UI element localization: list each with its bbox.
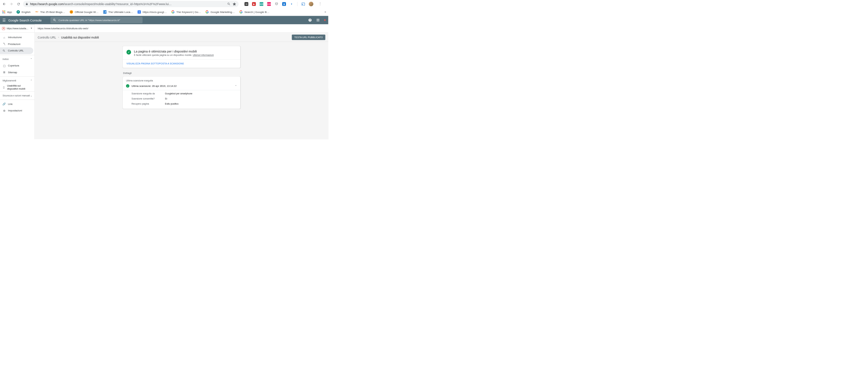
details-section-label: Dettagli <box>123 72 240 75</box>
svg-rect-2 <box>4 11 5 11</box>
svg-rect-7 <box>3 13 4 13</box>
sidebar-label: Copertura <box>8 64 19 67</box>
test-live-url-button[interactable]: TESTA URL PUBBLICATO <box>292 34 325 40</box>
profile-avatar[interactable] <box>309 2 314 6</box>
bookmark-marketing[interactable]: Google Marketing… <box>206 10 235 14</box>
bookmark-apps[interactable]: App <box>2 10 12 14</box>
star-icon[interactable] <box>232 2 236 5</box>
details-card: Ultima scansione eseguita ✓ Ultima scans… <box>123 77 240 109</box>
trending-icon: 〽 <box>2 43 6 46</box>
sidebar-coverage[interactable]: ▢ Copertura <box>0 62 33 69</box>
back-button[interactable] <box>2 1 7 6</box>
chrome-menu-icon[interactable]: ⋮ <box>317 2 323 6</box>
kv-page-fetch: Recupero pagina Esito positivo <box>123 101 240 106</box>
bookmark-label: Search | Google B… <box>244 10 269 13</box>
svg-rect-8 <box>4 13 5 13</box>
bookmark-label: App <box>7 10 12 13</box>
bookmark-label: The Keyword | Go… <box>176 10 201 13</box>
bookmark-ultimate-loca[interactable]: LM The Ultimate Loca… <box>103 10 133 14</box>
sidebar-mobile-usability[interactable]: ▯ Usabilità sui dispositivi mobili <box>0 84 33 91</box>
url-text: https://search.google.com/search-console… <box>30 2 225 6</box>
sidebar-section-security[interactable]: Sicurezza e azioni manuali ⌄ <box>0 92 34 98</box>
url-inspect-search[interactable] <box>50 17 143 23</box>
help-icon[interactable] <box>308 18 312 22</box>
svg-rect-3 <box>2 12 3 12</box>
svg-rect-1 <box>3 11 4 11</box>
ext-share-icon[interactable]: ⇪ <box>290 2 293 6</box>
status-card: ✓ La pagina è ottimizzata per i disposit… <box>123 46 240 68</box>
chevron-up-icon: ⌃ <box>235 85 237 88</box>
kv-value: Esito positivo <box>165 103 179 105</box>
kv-key: Recupero pagina <box>131 103 165 105</box>
app-header: ☰ Google Search Console <box>0 16 328 25</box>
inspected-url: https://www.luisellacurcio.it/struttura-… <box>38 27 89 30</box>
ext-sgb-teal-icon[interactable]: SGB <box>260 2 263 6</box>
bookmark-search-google-b[interactable]: Search | Google B… <box>239 10 269 14</box>
bookmark-label: English <box>21 10 30 13</box>
check-circle-icon: ✓ <box>126 50 131 55</box>
sidebar-label: Impostazioni <box>8 109 22 112</box>
apps-grid-icon[interactable] <box>316 18 320 22</box>
omnibox-search-icon[interactable] <box>227 2 230 6</box>
svg-rect-0 <box>2 11 3 11</box>
ext-calendar-badge[interactable]: 13 <box>244 2 248 6</box>
breadcrumb-url-inspect[interactable]: Controllo URL <box>38 35 56 39</box>
sidebar-links[interactable]: 🔗 Link <box>0 101 33 107</box>
bookmark-label: https://docs.googl… <box>143 10 167 13</box>
sidebar-inspect[interactable]: Controllo URL <box>0 47 33 54</box>
ext-cast-icon[interactable] <box>301 2 305 6</box>
more-info-link[interactable]: Ulteriori informazioni <box>193 54 214 56</box>
forward-button[interactable] <box>9 1 14 6</box>
bookmark-label: The 25 Best Blogs… <box>40 10 65 13</box>
sidebar: ★ https://www.luisellacurcio.it/ ▼ ⌂ Int… <box>0 24 35 139</box>
sidebar-intro[interactable]: ⌂ Introduzione <box>0 34 33 41</box>
notification-dot-icon[interactable] <box>324 19 326 21</box>
property-favicon: ★ <box>2 27 5 30</box>
kv-key: Scansione consentita? <box>131 97 165 100</box>
ext-sgb-pink-icon[interactable]: SGB <box>267 2 271 6</box>
property-selector[interactable]: ★ https://www.luisellacurcio.it/ ▼ <box>0 24 34 33</box>
menu-icon[interactable]: ☰ <box>2 18 6 22</box>
sitemap-icon: ⊞ <box>2 71 6 74</box>
bookmark-docs[interactable]: ≡ https://docs.googl… <box>138 10 166 14</box>
check-circle-icon: ✓ <box>126 84 129 88</box>
bookmark-english[interactable]: P English <box>17 10 31 14</box>
sidebar-label: Sitemap <box>8 71 17 74</box>
breadcrumb-mobile-usability: Usabilità sui dispositivi mobili <box>61 35 99 39</box>
bookmarks-overflow-icon[interactable]: » <box>324 10 326 14</box>
last-crawl-row[interactable]: ✓ Ultima scansione: 28 apr 2019, 13:14:2… <box>123 82 240 90</box>
search-icon <box>53 18 57 22</box>
sidebar-section-label: Indice <box>2 58 9 60</box>
breadcrumb-bar: Controllo URL › Usabilità sui dispositiv… <box>35 33 328 42</box>
app-logo[interactable]: Google Search Console <box>9 18 42 22</box>
sidebar-label: Usabilità sui dispositivi mobili <box>7 84 31 90</box>
bookmark-docs-icon: ≡ <box>138 10 141 14</box>
kv-key: Scansione eseguita da <box>131 92 165 95</box>
address-bar[interactable]: https://search.google.com/search-console… <box>23 1 239 7</box>
chevron-up-icon: ⌃ <box>30 79 32 82</box>
sidebar-settings[interactable]: ⚙ Impostazioni <box>0 107 33 114</box>
mobile-icon: ▯ <box>2 86 5 89</box>
sidebar-section-enhance[interactable]: Miglioramenti ⌃ <box>0 78 34 84</box>
content-area: https://www.luisellacurcio.it/struttura-… <box>35 24 328 139</box>
sidebar-label: Prestazioni <box>8 43 20 46</box>
ext-lighthouse-icon[interactable]: ▮ <box>282 2 286 6</box>
sidebar-performance[interactable]: 〽 Prestazioni <box>0 41 33 47</box>
bookmark-official-google[interactable]: ☺ Official Google W… <box>70 10 99 14</box>
bookmark-g-icon <box>171 10 175 14</box>
view-crawled-page-link[interactable]: VISUALIZZA PAGINA SOTTOPOSTA A SCANSIONE <box>123 60 240 68</box>
sidebar-section-label: Miglioramenti <box>2 79 16 82</box>
bookmark-25best[interactable]: SEJ The 25 Best Blogs… <box>35 10 65 14</box>
bookmark-keyword[interactable]: The Keyword | Go… <box>171 10 201 14</box>
sidebar-section-index[interactable]: Indice ⌃ <box>0 56 34 62</box>
sidebar-sitemap[interactable]: ⊞ Sitemap <box>0 69 33 76</box>
link-icon: 🔗 <box>2 102 6 105</box>
reload-button[interactable] <box>16 1 21 6</box>
chevron-up-icon: ⌃ <box>30 58 32 60</box>
ext-pocket-icon[interactable] <box>275 2 278 6</box>
url-inspect-input[interactable] <box>59 19 140 22</box>
kv-crawled-by: Scansione eseguita da Googlebot per smar… <box>123 91 240 96</box>
bookmark-label: The Ultimate Loca… <box>108 10 133 13</box>
ext-red-icon[interactable]: ▶ <box>252 2 256 6</box>
bookmark-label: Official Google W… <box>75 10 99 13</box>
